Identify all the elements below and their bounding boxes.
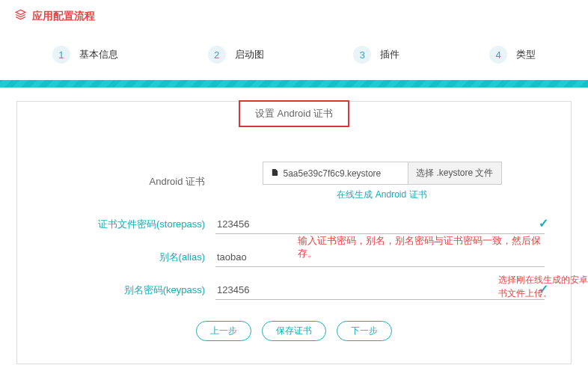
file-icon — [271, 168, 279, 180]
step-label: 类型 — [516, 48, 536, 61]
step-label: 启动图 — [235, 48, 264, 61]
label-keypass: 别名密码(keypass) — [40, 283, 215, 297]
step-number: 4 — [489, 46, 507, 64]
choose-file-button[interactable]: 选择 .keystore 文件 — [408, 162, 500, 184]
svg-marker-0 — [16, 10, 25, 14]
row-storepass: 证书文件密码(storepass) ✓ — [40, 215, 548, 234]
file-name-text: 5aa5e39c7f6c9.keystore — [284, 168, 382, 179]
step-basic-info[interactable]: 1 基本信息 — [52, 46, 118, 64]
step-label: 插件 — [380, 48, 399, 61]
layers-icon — [15, 9, 26, 23]
step-number: 1 — [52, 46, 70, 64]
file-picker: 5aa5e39c7f6c9.keystore 选择 .keystore 文件 — [263, 162, 502, 185]
step-type[interactable]: 4 类型 — [489, 46, 536, 64]
generate-cert-link[interactable]: 在线生成 Android 证书 — [337, 188, 426, 201]
label-alias: 别名(alias) — [40, 251, 215, 264]
annotation-upload: 选择刚在线生成的安卓证书文件上传。 — [498, 273, 588, 300]
keypass-input[interactable] — [215, 280, 545, 300]
row-keypass: 别名密码(keypass) ✓ — [40, 280, 548, 300]
step-number: 3 — [353, 46, 371, 64]
step-label: 基本信息 — [79, 48, 118, 61]
step-splash[interactable]: 2 启动图 — [208, 46, 264, 64]
progress-bar — [0, 80, 588, 88]
tab-android-cert[interactable]: 设置 Android 证书 — [239, 100, 349, 127]
step-number: 2 — [208, 46, 226, 64]
step-plugins[interactable]: 3 插件 — [353, 46, 399, 64]
row-cert-file: Android 证书 5aa5e39c7f6c9.keystore 选择 .ke… — [40, 162, 548, 201]
save-cert-button[interactable]: 保存证书 — [262, 321, 326, 341]
label-storepass: 证书文件密码(storepass) — [40, 218, 215, 231]
check-icon: ✓ — [539, 216, 548, 230]
file-name-display: 5aa5e39c7f6c9.keystore — [263, 162, 408, 184]
next-button[interactable]: 下一步 — [337, 321, 392, 341]
cert-form: Android 证书 5aa5e39c7f6c9.keystore 选择 .ke… — [40, 162, 548, 341]
page-header: 应用配置流程 — [0, 0, 588, 32]
form-panel: 设置 Android 证书 Android 证书 5aa5e39c7f6c9.k… — [16, 101, 572, 364]
prev-button[interactable]: 上一步 — [196, 321, 251, 341]
storepass-input[interactable] — [215, 215, 545, 234]
row-alias: 别名(alias) — [40, 248, 548, 267]
step-nav: 1 基本信息 2 启动图 3 插件 4 类型 — [0, 32, 588, 80]
label-cert: Android 证书 — [40, 175, 215, 188]
page-title: 应用配置流程 — [32, 10, 95, 23]
button-row: 上一步 保存证书 下一步 — [40, 321, 548, 341]
alias-input[interactable] — [215, 248, 545, 267]
